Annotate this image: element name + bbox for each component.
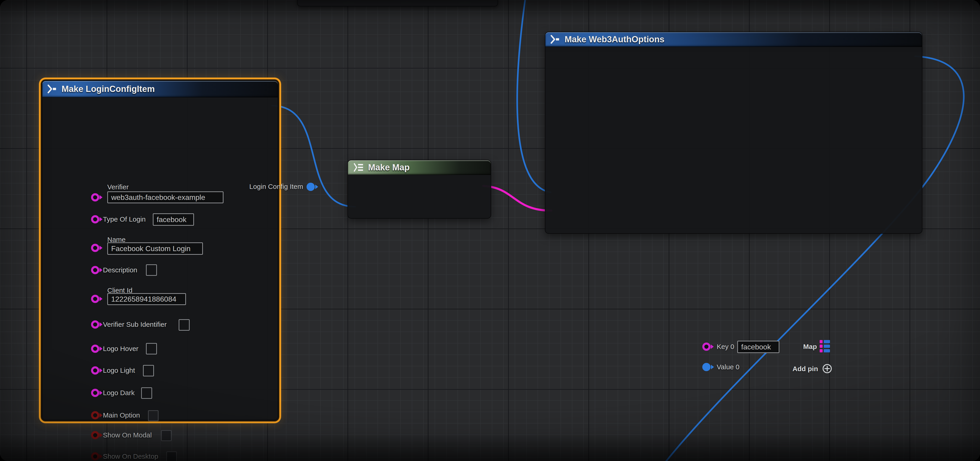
pin-name[interactable] [91, 244, 99, 252]
output-pin-label: Login Config Item [202, 183, 303, 191]
add-pin-label[interactable]: Add pin [773, 365, 818, 373]
pin-key-0[interactable] [702, 343, 711, 351]
pin-label-main-option: Main Option [103, 411, 140, 420]
pin-type-of-login[interactable] [91, 215, 99, 223]
node-make-map[interactable]: Make Map Key 0 Map Value 0 Add pin [347, 160, 491, 219]
pin-label-verifier: Verifier [107, 183, 129, 191]
node-title: Make LoginConfigItem [62, 84, 154, 94]
pin-verifier-sub-identifier[interactable] [91, 320, 99, 329]
verifier-input[interactable] [107, 191, 223, 203]
make-struct-icon [550, 34, 560, 45]
pin-label-logo-light: Logo Light [103, 366, 135, 375]
pin-label-logo-hover: Logo Hover [103, 345, 138, 353]
pin-description[interactable] [91, 266, 99, 274]
type-of-login-input[interactable] [153, 213, 194, 226]
pin-label-show-on-desktop: Show On Desktop [103, 452, 158, 461]
name-input[interactable] [107, 242, 203, 255]
node-make-loginconfigitem[interactable]: Make LoginConfigItem Login Config Item V… [42, 81, 278, 420]
pin-login-config-item-output[interactable] [307, 183, 315, 191]
pin-show-on-modal[interactable] [91, 431, 99, 439]
node-title: Make Web3AuthOptions [565, 35, 664, 45]
logo-light-input[interactable] [143, 365, 154, 377]
pin-show-on-desktop[interactable] [91, 452, 99, 461]
node-header-make-loginconfigitem[interactable]: Make LoginConfigItem [42, 81, 278, 97]
pin-label-type-of-login: Type Of Login [103, 215, 146, 223]
node-make-web3authoptions[interactable]: Make Web3AuthOptions Web 3Auth Options C… [545, 32, 922, 234]
verifier-sub-identifier-input[interactable] [179, 319, 189, 331]
pin-client-id[interactable] [91, 295, 99, 303]
pin-map-output[interactable] [819, 340, 830, 352]
node-header-make-web3authoptions[interactable]: Make Web3AuthOptions [546, 32, 922, 47]
show-on-modal-checkbox[interactable] [161, 430, 172, 441]
pin-logo-dark[interactable] [91, 389, 99, 397]
show-on-desktop-checkbox[interactable] [166, 451, 177, 461]
pin-logo-light[interactable] [91, 366, 99, 375]
output-pin-label-map: Map [783, 343, 817, 351]
pin-label-logo-dark: Logo Dark [103, 389, 135, 397]
wire-loginconfigitem-to-value0[interactable] [272, 106, 355, 207]
node-title: Make Map [368, 162, 410, 172]
offscreen-node-partial[interactable] [297, 0, 498, 6]
node-header-make-map[interactable]: Make Map [348, 160, 491, 175]
client-id-input[interactable] [107, 293, 186, 305]
pin-verifier[interactable] [91, 193, 99, 202]
logo-hover-input[interactable] [146, 343, 157, 354]
make-struct-icon [47, 84, 57, 94]
pin-label-show-on-modal: Show On Modal [103, 431, 152, 439]
pin-main-option[interactable] [91, 411, 99, 420]
blueprint-graph-canvas[interactable]: Make LoginConfigItem Login Config Item V… [0, 0, 980, 461]
make-map-icon [353, 163, 364, 172]
description-input[interactable] [146, 264, 157, 276]
pin-label-key-0: Key 0 [717, 343, 734, 351]
wire-map-to-loginconfig[interactable] [483, 186, 551, 211]
pin-label-value-0: Value 0 [717, 363, 740, 371]
pin-logo-hover[interactable] [91, 345, 99, 353]
main-option-checkbox[interactable] [148, 410, 159, 421]
key-0-input[interactable] [737, 341, 780, 353]
logo-dark-input[interactable] [141, 387, 152, 399]
pin-label-verifier-sub-identifier: Verifier Sub Identifier [103, 320, 167, 329]
pin-value-0[interactable] [702, 363, 711, 371]
pin-label-description: Description [103, 266, 137, 274]
plus-circle-icon[interactable] [822, 363, 832, 374]
